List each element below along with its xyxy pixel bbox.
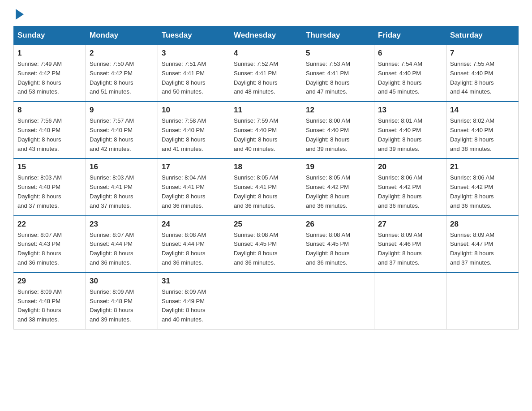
day-number: 4 [234,49,298,58]
weekday-header-tuesday: Tuesday [158,26,230,45]
day-number: 13 [378,106,442,115]
weekday-header-monday: Monday [86,26,158,45]
empty-cell [446,273,519,330]
day-number: 22 [17,220,82,229]
day-cell-27: 27 Sunrise: 8:09 AMSunset: 4:46 PMDaylig… [374,216,446,273]
day-number: 9 [90,106,154,115]
day-info: Sunrise: 8:09 AMSunset: 4:49 PMDaylight:… [162,287,226,325]
day-info: Sunrise: 8:09 AMSunset: 4:48 PMDaylight:… [90,287,154,325]
empty-cell [230,273,302,330]
day-info: Sunrise: 7:50 AMSunset: 4:42 PMDaylight:… [90,60,154,97]
day-number: 5 [306,49,370,58]
day-cell-12: 12 Sunrise: 8:00 AMSunset: 4:40 PMDaylig… [302,102,374,158]
week-row-5: 29 Sunrise: 8:09 AMSunset: 4:48 PMDaylig… [14,273,519,330]
day-info: Sunrise: 8:08 AMSunset: 4:45 PMDaylight:… [306,231,370,268]
calendar-body: 1 Sunrise: 7:49 AMSunset: 4:42 PMDayligh… [14,45,519,329]
day-info: Sunrise: 8:07 AMSunset: 4:44 PMDaylight:… [90,231,154,268]
day-info: Sunrise: 8:05 AMSunset: 4:42 PMDaylight:… [306,173,370,210]
weekday-header-sunday: Sunday [14,26,86,45]
day-info: Sunrise: 7:54 AMSunset: 4:40 PMDaylight:… [378,60,442,97]
weekday-header-saturday: Saturday [446,26,519,45]
day-cell-5: 5 Sunrise: 7:53 AMSunset: 4:41 PMDayligh… [302,45,374,102]
day-number: 10 [162,106,226,115]
day-cell-25: 25 Sunrise: 8:08 AMSunset: 4:45 PMDaylig… [230,216,302,273]
day-number: 17 [162,163,226,171]
weekday-header-thursday: Thursday [302,26,374,45]
day-number: 3 [162,49,226,58]
day-info: Sunrise: 8:03 AMSunset: 4:40 PMDaylight:… [17,173,82,210]
day-cell-14: 14 Sunrise: 8:02 AMSunset: 4:40 PMDaylig… [446,102,519,158]
day-info: Sunrise: 8:09 AMSunset: 4:48 PMDaylight:… [17,287,82,325]
week-row-4: 22 Sunrise: 8:07 AMSunset: 4:43 PMDaylig… [14,216,519,273]
day-cell-17: 17 Sunrise: 8:04 AMSunset: 4:41 PMDaylig… [158,158,230,215]
day-info: Sunrise: 8:02 AMSunset: 4:40 PMDaylight:… [450,116,515,154]
day-number: 23 [90,220,154,229]
day-number: 1 [17,49,82,58]
page-header [13,9,519,19]
day-cell-26: 26 Sunrise: 8:08 AMSunset: 4:45 PMDaylig… [302,216,374,273]
day-number: 2 [90,49,154,58]
day-cell-10: 10 Sunrise: 7:58 AMSunset: 4:40 PMDaylig… [158,102,230,158]
calendar-header: SundayMondayTuesdayWednesdayThursdayFrid… [14,26,519,45]
day-cell-2: 2 Sunrise: 7:50 AMSunset: 4:42 PMDayligh… [86,45,158,102]
day-number: 6 [378,49,442,58]
day-cell-31: 31 Sunrise: 8:09 AMSunset: 4:49 PMDaylig… [158,273,230,330]
day-number: 27 [378,220,442,229]
day-number: 21 [450,163,515,171]
day-info: Sunrise: 8:06 AMSunset: 4:42 PMDaylight:… [378,173,442,210]
day-cell-23: 23 Sunrise: 8:07 AMSunset: 4:44 PMDaylig… [86,216,158,273]
day-cell-4: 4 Sunrise: 7:52 AMSunset: 4:41 PMDayligh… [230,45,302,102]
day-cell-16: 16 Sunrise: 8:03 AMSunset: 4:41 PMDaylig… [86,158,158,215]
day-cell-29: 29 Sunrise: 8:09 AMSunset: 4:48 PMDaylig… [14,273,86,330]
day-cell-1: 1 Sunrise: 7:49 AMSunset: 4:42 PMDayligh… [14,45,86,102]
day-cell-8: 8 Sunrise: 7:56 AMSunset: 4:40 PMDayligh… [14,102,86,158]
day-info: Sunrise: 8:08 AMSunset: 4:44 PMDaylight:… [162,231,226,268]
day-info: Sunrise: 8:00 AMSunset: 4:40 PMDaylight:… [306,116,370,154]
logo-arrow-icon [16,9,24,20]
day-info: Sunrise: 8:01 AMSunset: 4:40 PMDaylight:… [378,116,442,154]
day-number: 14 [450,106,515,115]
day-cell-20: 20 Sunrise: 8:06 AMSunset: 4:42 PMDaylig… [374,158,446,215]
day-number: 8 [17,106,82,115]
day-cell-6: 6 Sunrise: 7:54 AMSunset: 4:40 PMDayligh… [374,45,446,102]
day-info: Sunrise: 7:51 AMSunset: 4:41 PMDaylight:… [162,60,226,97]
day-cell-22: 22 Sunrise: 8:07 AMSunset: 4:43 PMDaylig… [14,216,86,273]
day-info: Sunrise: 7:55 AMSunset: 4:40 PMDaylight:… [450,60,515,97]
day-number: 15 [17,163,82,171]
header-row: SundayMondayTuesdayWednesdayThursdayFrid… [14,26,519,45]
day-number: 19 [306,163,370,171]
day-number: 7 [450,49,515,58]
day-cell-3: 3 Sunrise: 7:51 AMSunset: 4:41 PMDayligh… [158,45,230,102]
day-cell-18: 18 Sunrise: 8:05 AMSunset: 4:41 PMDaylig… [230,158,302,215]
weekday-header-wednesday: Wednesday [230,26,302,45]
day-info: Sunrise: 8:08 AMSunset: 4:45 PMDaylight:… [234,231,298,268]
day-info: Sunrise: 7:56 AMSunset: 4:40 PMDaylight:… [17,116,82,154]
week-row-2: 8 Sunrise: 7:56 AMSunset: 4:40 PMDayligh… [14,102,519,158]
week-row-3: 15 Sunrise: 8:03 AMSunset: 4:40 PMDaylig… [14,158,519,215]
logo [13,9,24,19]
day-number: 16 [90,163,154,171]
calendar-table: SundayMondayTuesdayWednesdayThursdayFrid… [13,26,519,330]
day-info: Sunrise: 7:52 AMSunset: 4:41 PMDaylight:… [234,60,298,97]
day-info: Sunrise: 8:04 AMSunset: 4:41 PMDaylight:… [162,173,226,210]
day-info: Sunrise: 7:57 AMSunset: 4:40 PMDaylight:… [90,116,154,154]
day-cell-30: 30 Sunrise: 8:09 AMSunset: 4:48 PMDaylig… [86,273,158,330]
day-cell-15: 15 Sunrise: 8:03 AMSunset: 4:40 PMDaylig… [14,158,86,215]
day-info: Sunrise: 7:49 AMSunset: 4:42 PMDaylight:… [17,60,82,97]
day-info: Sunrise: 8:09 AMSunset: 4:47 PMDaylight:… [450,231,515,268]
day-number: 26 [306,220,370,229]
day-info: Sunrise: 8:07 AMSunset: 4:43 PMDaylight:… [17,231,82,268]
day-number: 12 [306,106,370,115]
week-row-1: 1 Sunrise: 7:49 AMSunset: 4:42 PMDayligh… [14,45,519,102]
day-number: 29 [17,277,82,286]
day-number: 31 [162,277,226,286]
day-info: Sunrise: 8:09 AMSunset: 4:46 PMDaylight:… [378,231,442,268]
day-info: Sunrise: 8:03 AMSunset: 4:41 PMDaylight:… [90,173,154,210]
day-number: 28 [450,220,515,229]
day-number: 20 [378,163,442,171]
day-cell-9: 9 Sunrise: 7:57 AMSunset: 4:40 PMDayligh… [86,102,158,158]
day-cell-24: 24 Sunrise: 8:08 AMSunset: 4:44 PMDaylig… [158,216,230,273]
day-cell-13: 13 Sunrise: 8:01 AMSunset: 4:40 PMDaylig… [374,102,446,158]
day-number: 25 [234,220,298,229]
day-info: Sunrise: 8:05 AMSunset: 4:41 PMDaylight:… [234,173,298,210]
